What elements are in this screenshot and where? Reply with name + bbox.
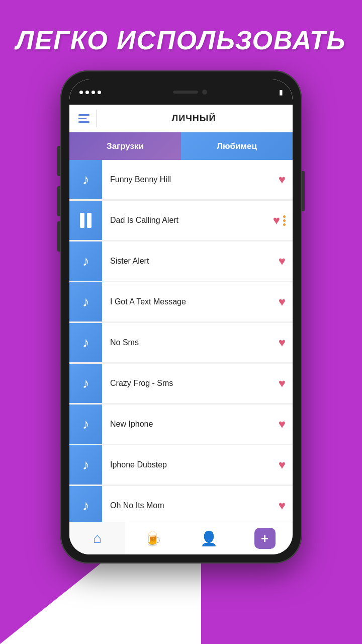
music-note-icon: ♪: [82, 416, 89, 432]
heart-icon[interactable]: ♥: [279, 458, 286, 472]
phone-screen: ▮ ЛИЧНЫЙ Загрузки Любимец: [69, 79, 293, 554]
song-icon-box: ♪: [69, 160, 102, 199]
nav-beer[interactable]: 🍺: [125, 522, 181, 554]
list-item[interactable]: ♪ Funny Benny Hill ♥: [69, 160, 293, 199]
heart-icon[interactable]: ♥: [279, 173, 286, 187]
hamburger-menu[interactable]: [78, 114, 89, 123]
song-name: Iphone Dubstep: [102, 460, 279, 469]
song-icon-box: ♪: [69, 405, 102, 444]
home-icon: ⌂: [93, 530, 102, 546]
song-name: Dad Is Calling Alert: [102, 216, 273, 225]
song-actions: ♥: [279, 336, 293, 350]
song-name: Oh No Its Mom: [102, 501, 279, 510]
header-text: ЛЕГКО ИСПОЛЬЗОВАТЬ: [16, 25, 346, 55]
song-actions: ♥: [279, 295, 293, 309]
plus-button[interactable]: +: [254, 528, 276, 549]
song-icon-box: ♪: [69, 282, 102, 321]
song-icon-box: ♪: [69, 445, 102, 485]
song-icon-box: ♪: [69, 242, 102, 281]
song-list: ♪ Funny Benny Hill ♥ Dad Is Calling Aler…: [69, 160, 293, 522]
nav-person[interactable]: 👤: [181, 522, 237, 554]
music-note-icon: ♪: [82, 294, 89, 310]
person-icon: 👤: [200, 530, 218, 547]
bottom-nav: ⌂ 🍺 👤 +: [69, 522, 293, 554]
song-actions: ♥: [273, 213, 293, 227]
music-note-icon: ♪: [82, 253, 89, 269]
song-actions: ♥: [279, 417, 293, 431]
heart-icon[interactable]: ♥: [279, 499, 286, 513]
list-item[interactable]: ♪ Crazy Frog - Sms ♥: [69, 364, 293, 403]
notch-center: [160, 85, 220, 99]
nav-home[interactable]: ⌂: [69, 522, 125, 554]
song-actions: ♥: [279, 458, 293, 472]
song-actions: ♥: [279, 254, 293, 268]
app-header: ЛИЧНЫЙ: [69, 105, 293, 132]
tab-downloads[interactable]: Загрузки: [69, 132, 181, 160]
heart-icon[interactable]: ♥: [279, 254, 286, 268]
song-name: I Got A Text Message: [102, 297, 279, 306]
screen-title: ЛИЧНЫЙ: [104, 113, 284, 124]
song-name: Sister Alert: [102, 257, 279, 266]
list-item[interactable]: Dad Is Calling Alert ♥: [69, 201, 293, 240]
song-name: Funny Benny Hill: [102, 175, 279, 184]
music-note-icon: ♪: [82, 375, 89, 391]
phone-frame: ▮ ЛИЧНЫЙ Загрузки Любимец: [60, 70, 302, 564]
tabs-container: Загрузки Любимец: [69, 132, 293, 160]
more-menu-icon[interactable]: [283, 215, 286, 226]
status-dots: [79, 91, 101, 94]
list-item[interactable]: ♪ Oh No Its Mom ♥: [69, 486, 293, 522]
song-name: Crazy Frog - Sms: [102, 379, 279, 388]
song-name: No Sms: [102, 338, 279, 347]
nav-add[interactable]: +: [237, 522, 293, 554]
song-icon-box: ♪: [69, 364, 102, 403]
song-actions: ♥: [279, 499, 293, 513]
beer-icon: 🍺: [144, 530, 162, 547]
camera: [202, 90, 207, 95]
heart-icon[interactable]: ♥: [279, 295, 286, 309]
speaker: [173, 91, 198, 94]
song-icon-box-playing: [69, 201, 102, 240]
heart-icon[interactable]: ♥: [279, 376, 286, 390]
music-note-icon: ♪: [82, 335, 89, 351]
music-note-icon: ♪: [82, 498, 89, 514]
heart-icon[interactable]: ♥: [279, 417, 286, 431]
list-item[interactable]: ♪ Iphone Dubstep ♥: [69, 445, 293, 485]
pause-icon: [80, 213, 92, 228]
song-icon-box: ♪: [69, 486, 102, 522]
list-item[interactable]: ♪ No Sms ♥: [69, 323, 293, 362]
song-icon-box: ♪: [69, 323, 102, 362]
vertical-divider: [97, 110, 97, 127]
heart-icon[interactable]: ♥: [273, 213, 280, 227]
song-actions: ♥: [279, 173, 293, 187]
music-note-icon: ♪: [82, 457, 89, 473]
battery-indicator: ▮: [279, 89, 283, 96]
song-name: New Iphone: [102, 420, 279, 429]
song-actions: ♥: [279, 376, 293, 390]
list-item[interactable]: ♪ New Iphone ♥: [69, 405, 293, 444]
tab-favorites[interactable]: Любимец: [181, 132, 293, 160]
list-item[interactable]: ♪ I Got A Text Message ♥: [69, 282, 293, 321]
list-item[interactable]: ♪ Sister Alert ♥: [69, 242, 293, 281]
music-note-icon: ♪: [82, 172, 89, 188]
notch-area: ▮: [69, 79, 293, 105]
heart-icon[interactable]: ♥: [279, 336, 286, 350]
